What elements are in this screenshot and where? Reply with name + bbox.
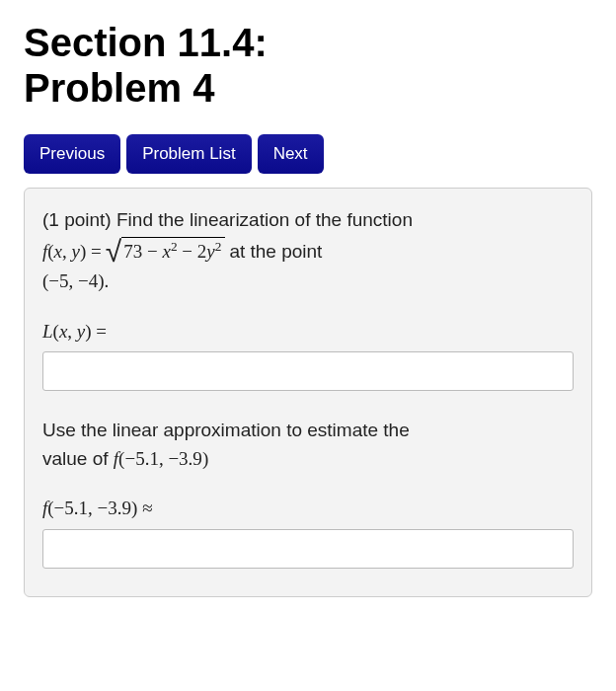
point-value: (−5, −4). (42, 268, 574, 296)
rad-minus1: − (142, 241, 162, 262)
next-button[interactable]: Next (258, 134, 324, 174)
nav-buttons: Previous Problem List Next (24, 134, 592, 174)
part2-text: Use the linear approximation to estimate… (42, 417, 574, 473)
approximation-input[interactable] (42, 529, 574, 569)
func-x: x (54, 241, 62, 262)
at-point-text: at the point (229, 238, 322, 267)
label-L: L (42, 321, 53, 342)
rad-73: 73 (123, 241, 142, 262)
title-line1: Section 11.4: (24, 21, 268, 64)
previous-button[interactable]: Previous (24, 134, 120, 174)
title-line2: Problem 4 (24, 66, 214, 110)
intro-text: Find the linearization of the function (116, 209, 413, 230)
ans2-approx: ≈ (137, 498, 152, 518)
problem-intro: (1 point) Find the linearization of the … (42, 206, 574, 235)
func-y: y (72, 241, 80, 262)
answer2-label: f(−5.1, −3.9) ≈ (42, 495, 574, 523)
answer1-label: L(x, y) = (42, 318, 574, 346)
rad-2: 2 (197, 241, 207, 262)
rad-y: y (206, 241, 214, 262)
label-comma: , (67, 321, 77, 342)
part2-args: −5.1, −3.9 (124, 448, 201, 469)
part2-line1: Use the linear approximation to estimate… (42, 417, 574, 445)
point-text: (−5, −4). (42, 270, 109, 291)
part2-valueof: value of (42, 448, 114, 469)
rad-sq1: 2 (171, 238, 178, 253)
sqrt-expression: √ 73 − x2 − 2y2 (106, 237, 226, 267)
rad-x: x (162, 241, 170, 262)
points-label: (1 point) (42, 209, 112, 230)
problem-list-button[interactable]: Problem List (126, 134, 251, 174)
rad-minus2: − (178, 241, 197, 262)
linearization-input[interactable] (42, 351, 574, 391)
func-eq: = (86, 241, 101, 262)
page-title: Section 11.4: Problem 4 (24, 20, 592, 111)
func-comma: , (62, 241, 72, 262)
problem-box: (1 point) Find the linearization of the … (24, 188, 592, 597)
sqrt-icon: √ (106, 240, 121, 264)
rad-sq2: 2 (215, 238, 222, 253)
ans2-args: −5.1, −3.9 (54, 498, 131, 518)
part2-close: ) (202, 448, 208, 469)
label-eq: = (92, 321, 107, 342)
function-definition: f(x, y) = √ 73 − x2 − 2y2 at the point (42, 237, 574, 267)
